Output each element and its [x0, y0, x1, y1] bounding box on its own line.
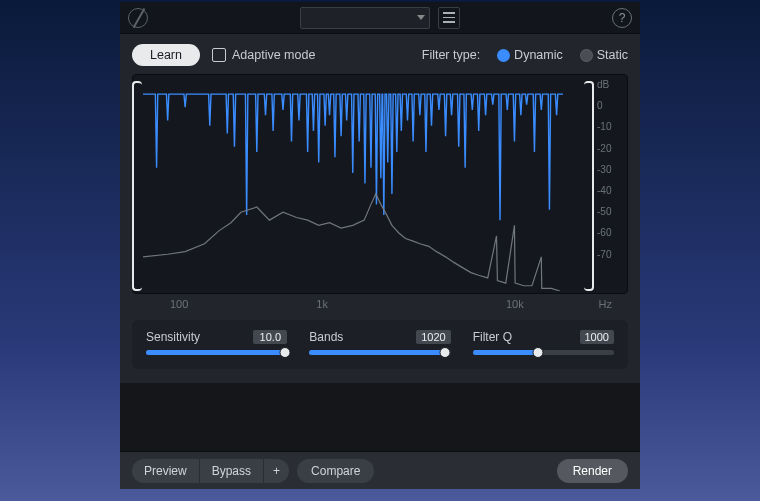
sensitivity-group: Sensitivity 10.0 [146, 330, 287, 355]
slider-thumb[interactable] [532, 347, 543, 358]
chevron-down-icon [417, 15, 425, 20]
x-axis-labels: 100 1k 10k Hz [132, 298, 628, 310]
add-preset-button[interactable]: + [264, 459, 289, 483]
x-axis-unit: Hz [524, 298, 616, 310]
y-tick: dB [597, 79, 625, 90]
help-icon: ? [619, 11, 626, 25]
slider-fill [309, 350, 445, 355]
static-label: Static [597, 48, 628, 62]
learn-button[interactable]: Learn [132, 44, 200, 66]
slider-fill [146, 350, 285, 355]
render-button[interactable]: Render [557, 459, 628, 483]
y-tick: -60 [597, 227, 625, 238]
y-tick: -10 [597, 121, 625, 132]
y-tick: -20 [597, 143, 625, 154]
slider-fill [473, 350, 538, 355]
bands-group: Bands 1020 [309, 330, 450, 355]
spectrum-svg [143, 81, 563, 291]
filterq-group: Filter Q 1000 [473, 330, 614, 355]
y-axis-labels: dB0-10-20-30-40-50-60-70 [597, 79, 625, 260]
filter-type-static-radio[interactable]: Static [581, 48, 628, 62]
checkbox-box-icon [212, 48, 226, 62]
footer-bar: Preview Bypass + Compare Render [120, 451, 640, 489]
main-panel: Learn Adaptive mode Filter type: Dynamic… [120, 34, 640, 383]
help-button[interactable]: ? [612, 8, 632, 28]
sensitivity-value[interactable]: 10.0 [253, 330, 287, 344]
sensitivity-slider[interactable] [146, 350, 287, 355]
menu-button[interactable] [438, 7, 460, 29]
adaptive-mode-label: Adaptive mode [232, 48, 315, 62]
brand-logo-icon [128, 8, 148, 28]
y-tick: 0 [597, 100, 625, 111]
bands-value[interactable]: 1020 [416, 330, 450, 344]
top-controls-row: Learn Adaptive mode Filter type: Dynamic… [132, 44, 628, 66]
freq-range-handle-left[interactable] [132, 81, 142, 291]
y-tick: -70 [597, 249, 625, 260]
filterq-label: Filter Q [473, 330, 512, 344]
slider-thumb[interactable] [440, 347, 451, 358]
preview-button[interactable]: Preview [132, 459, 200, 483]
freq-range-handle-right[interactable] [584, 81, 594, 291]
compare-button[interactable]: Compare [297, 459, 374, 483]
bands-slider[interactable] [309, 350, 450, 355]
plugin-window: ? Learn Adaptive mode Filter type: Dynam… [120, 2, 640, 489]
dynamic-label: Dynamic [514, 48, 563, 62]
sensitivity-label: Sensitivity [146, 330, 200, 344]
x-tick: 100 [170, 298, 188, 310]
slider-thumb[interactable] [279, 347, 290, 358]
radio-dot-icon [498, 50, 509, 61]
filterq-value[interactable]: 1000 [580, 330, 614, 344]
y-tick: -50 [597, 206, 625, 217]
radio-dot-icon [581, 50, 592, 61]
spectrum-chart[interactable]: dB0-10-20-30-40-50-60-70 [132, 74, 628, 294]
bypass-button[interactable]: Bypass [200, 459, 264, 483]
x-tick: 1k [316, 298, 328, 310]
filter-type-dynamic-radio[interactable]: Dynamic [498, 48, 563, 62]
titlebar: ? [120, 2, 640, 34]
preset-dropdown[interactable] [300, 7, 430, 29]
bands-label: Bands [309, 330, 343, 344]
sliders-panel: Sensitivity 10.0 Bands 1020 [132, 320, 628, 369]
filterq-slider[interactable] [473, 350, 614, 355]
x-tick: 10k [506, 298, 524, 310]
y-tick: -30 [597, 164, 625, 175]
bottom-gap [120, 383, 640, 451]
adaptive-mode-checkbox[interactable]: Adaptive mode [212, 48, 315, 62]
y-tick: -40 [597, 185, 625, 196]
filter-type-label: Filter type: [422, 48, 480, 62]
